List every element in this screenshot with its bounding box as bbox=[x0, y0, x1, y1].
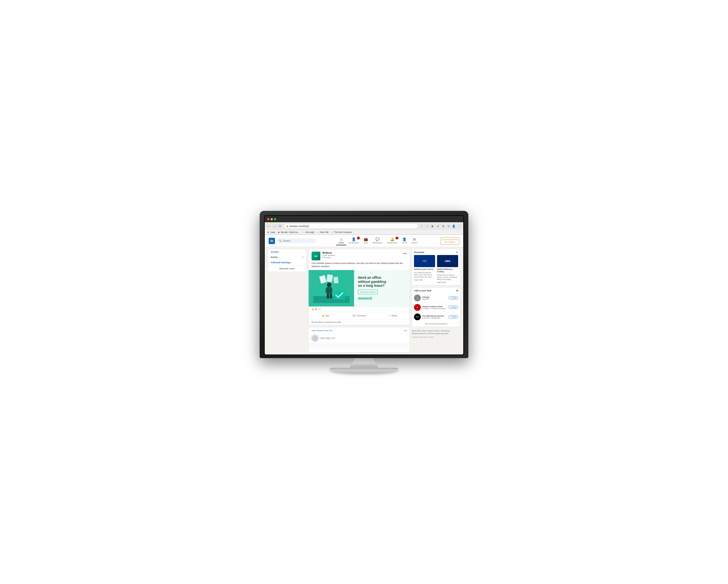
post-followers: 2,624 followers bbox=[322, 254, 401, 257]
design-follow-button[interactable]: + Follow bbox=[448, 296, 458, 299]
bynder-icon: ◉ bbox=[277, 231, 280, 234]
sidebar-item-followed-hashtags[interactable]: Followed Hashtags bbox=[268, 260, 306, 265]
nav-mynetwork[interactable]: 👤 1 My Network bbox=[346, 236, 361, 245]
premium-cta-line1: Try Premium Free bbox=[442, 239, 458, 241]
footer-about[interactable]: About bbox=[412, 330, 416, 332]
premium-cta-button[interactable]: Try Premium Free for 1 Month bbox=[440, 237, 459, 245]
bookmark-apps-label: Apps bbox=[270, 231, 276, 233]
ad-headline: Need an office without gambling on a lon… bbox=[358, 275, 406, 288]
monitor-stand-neck bbox=[349, 358, 379, 368]
extension-button-2[interactable]: ◉ bbox=[430, 224, 435, 228]
like-icon: 👍 bbox=[322, 314, 324, 317]
linkedin-logo[interactable]: in bbox=[269, 238, 275, 244]
sidebar-item-groups[interactable]: Groups bbox=[268, 249, 306, 255]
ad-headline-line3: on a long lease? bbox=[358, 284, 385, 288]
post-menu-button[interactable]: ••• bbox=[403, 251, 407, 256]
events-label: Events bbox=[271, 256, 278, 258]
bookmark-bynder[interactable]: ◉ Bynder- brand as... bbox=[277, 231, 300, 234]
search-input[interactable] bbox=[283, 239, 314, 242]
find-solution-button[interactable]: Find your solution bbox=[358, 290, 378, 294]
blurred-user-name: maria nagal • 2nd bbox=[320, 337, 335, 339]
post-reactions: 👍 🎉 14 bbox=[309, 307, 410, 312]
traffic-light-red[interactable] bbox=[267, 218, 269, 220]
nav-home-label: Home bbox=[339, 242, 344, 244]
nav-notifications[interactable]: 🔔 7 Notifications bbox=[385, 236, 400, 245]
messaging-icon: 💬 bbox=[375, 237, 380, 241]
linkedin-main: Groups Events + Followed Hashtags bbox=[265, 247, 463, 354]
post-company-name[interactable]: WeWork bbox=[322, 251, 401, 254]
block-button[interactable]: ⊘ bbox=[446, 224, 451, 228]
bookmark-star-button[interactable]: ☆ bbox=[420, 224, 424, 228]
footer-more[interactable]: More bbox=[444, 333, 448, 335]
nav-jobs[interactable]: 💼 Jobs bbox=[361, 236, 370, 245]
monitor-wrapper: ← → ↻ 🔒 linkedin.com/feed/ ☆ □ ◉ ⬇ ⊞ bbox=[255, 211, 473, 373]
traffic-light-green[interactable] bbox=[274, 218, 276, 220]
comment-button[interactable]: 💬 Comment bbox=[342, 313, 376, 318]
footer-business[interactable]: Business Services ▾ bbox=[412, 333, 427, 335]
bookmark-onelogin[interactable]: ○ OneLogin bbox=[302, 231, 314, 234]
reactions-count: 14 bbox=[318, 308, 320, 310]
footer-advertising[interactable]: Advertising bbox=[441, 330, 450, 332]
me-icon: 👤 bbox=[402, 237, 407, 241]
uma-ad-image[interactable]: UMA bbox=[437, 255, 458, 267]
refresh-button[interactable]: ↻ bbox=[278, 224, 282, 228]
svg-rect-11 bbox=[330, 294, 332, 298]
feed-item-wsj: WSJ The Wall Street Journal Company • Ne… bbox=[414, 312, 458, 321]
menu-button[interactable]: ⋮ bbox=[457, 224, 461, 228]
back-button[interactable]: ← bbox=[267, 224, 271, 228]
share-button[interactable]: ↗ Share bbox=[376, 313, 410, 318]
next-post-user: Dalel Semprun likes this bbox=[312, 329, 333, 332]
promoted-close-icon[interactable]: ✕ bbox=[456, 251, 458, 254]
nav-work-label: Work ▾ bbox=[412, 242, 418, 244]
next-post-menu[interactable]: ••• bbox=[404, 329, 407, 332]
wsj-follow-button[interactable]: + Follow bbox=[448, 315, 458, 318]
uma-learn-more-link[interactable]: Learn more bbox=[437, 282, 458, 283]
profile-button[interactable]: 👤 bbox=[451, 224, 456, 228]
share-label: Share bbox=[391, 314, 397, 317]
uma-ad: UMA Medical Billing & Coding Study onlin… bbox=[437, 255, 458, 283]
fiu-ad-image[interactable]: FIU bbox=[414, 255, 435, 267]
like-button[interactable]: 👍 Like bbox=[309, 313, 342, 318]
bookmark-apps[interactable]: ⊞ Apps bbox=[267, 231, 276, 234]
monitor-body: ← → ↻ 🔒 linkedin.com/feed/ ☆ □ ◉ ⬇ ⊞ bbox=[260, 211, 468, 358]
events-add-icon: + bbox=[302, 256, 303, 258]
discover-more-button[interactable]: Discover more bbox=[268, 265, 306, 272]
footer-privacy[interactable]: Privacy & Terms ▾ bbox=[427, 330, 440, 332]
extension-button-4[interactable]: ⊞ bbox=[441, 224, 445, 228]
extension-button-1[interactable]: □ bbox=[425, 224, 429, 228]
nav-me[interactable]: 👤 Me ▾ bbox=[400, 236, 409, 245]
footer-app[interactable]: Get the LinkedIn app bbox=[428, 333, 444, 335]
svg-rect-8 bbox=[326, 288, 328, 293]
fiu-learn-more-link[interactable]: Learn more bbox=[414, 279, 435, 281]
reaction-celebrate-icon: 🎉 bbox=[315, 308, 317, 310]
adobe-follow-button[interactable]: + Follow bbox=[448, 306, 458, 309]
nav-jobs-label: Jobs bbox=[364, 242, 368, 244]
nav-messaging[interactable]: 💬 Messaging bbox=[370, 236, 385, 245]
traffic-light-yellow[interactable] bbox=[270, 218, 273, 220]
bookmark-newtab[interactable]: + New Tab bbox=[316, 231, 329, 234]
svg-rect-12 bbox=[334, 290, 345, 299]
forward-button[interactable]: → bbox=[272, 224, 277, 228]
address-bar[interactable]: 🔒 linkedin.com/feed/ bbox=[284, 223, 418, 229]
promoted-section-title: Promoted ✕ bbox=[414, 251, 458, 254]
browser-chrome: ← → ↻ 🔒 linkedin.com/feed/ ☆ □ ◉ ⬇ ⊞ bbox=[265, 222, 463, 235]
footer-help[interactable]: Help Center bbox=[417, 330, 426, 332]
uma-ad-title: Medical Billing & Coding bbox=[437, 268, 458, 273]
os-chrome-bar bbox=[265, 216, 463, 222]
sidebar-item-events[interactable]: Events + bbox=[268, 255, 306, 260]
nav-home[interactable]: ⌂ Home bbox=[336, 236, 346, 245]
extension-button-3[interactable]: ⬇ bbox=[436, 224, 440, 228]
uma-ad-desc: Study online at UMA to pursue a career i… bbox=[437, 274, 458, 281]
wsj-avatar: WSJ bbox=[414, 314, 421, 320]
share-icon: ↗ bbox=[389, 314, 390, 317]
bookmark-wecompany[interactable]: ○ The We Company bbox=[331, 231, 352, 234]
feed-settings-icon[interactable]: ⚙ bbox=[456, 289, 458, 292]
next-post-card: Dalel Semprun likes this ••• maria nagal… bbox=[308, 327, 410, 352]
nav-work[interactable]: ⊞ Work ▾ bbox=[409, 236, 420, 245]
search-bar[interactable]: 🔍 bbox=[277, 239, 316, 243]
apps-icon: ⊞ bbox=[267, 231, 269, 234]
post-actions: 👍 Like 💬 Comment ↗ Sha bbox=[309, 312, 410, 319]
view-all-recommendations-link[interactable]: View all recommendations bbox=[414, 323, 458, 325]
add-to-feed-section: Add to your feed ⚙ # #design Hashtag bbox=[412, 287, 460, 327]
blurred-user-avatar bbox=[312, 335, 318, 342]
